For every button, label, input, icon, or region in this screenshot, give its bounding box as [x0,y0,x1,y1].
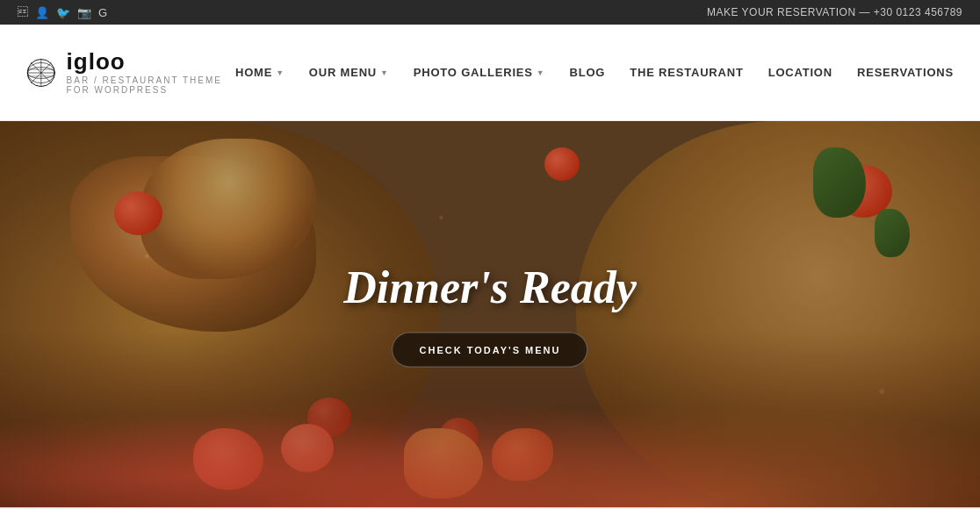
main-navigation: HOME ▼ OUR MENU ▼ PHOTO GALLERIES ▼ BLOG… [235,66,954,79]
check-menu-button[interactable]: CHECK TODAY'S MENU [393,333,588,368]
logo-area[interactable]: igloo BAR / RESTAURANT THEME FOR WORDPRE… [26,50,235,96]
logo-text: igloo BAR / RESTAURANT THEME FOR WORDPRE… [67,50,235,95]
hero-title: Dinner's Ready [343,262,637,313]
social-icons-group:  👤 🐦 📷 G [18,6,107,19]
nav-home[interactable]: HOME ▼ [235,66,285,79]
nav-photo-galleries[interactable]: PHOTO GALLERIES ▼ [414,66,545,79]
home-dropdown-arrow: ▼ [276,68,285,77]
nav-the-restaurant[interactable]: THE RESTAURANT [630,66,743,79]
phone-number: MAKE YOUR RESERVATION — +30 0123 456789 [707,6,962,18]
nav-blog[interactable]: BLOG [569,66,605,79]
nav-reservations[interactable]: RESERVATIONS [857,66,954,79]
galleries-dropdown-arrow: ▼ [537,68,545,77]
header: igloo BAR / RESTAURANT THEME FOR WORDPRE… [0,25,980,121]
menu-dropdown-arrow: ▼ [380,68,389,77]
logo-name: igloo [67,50,235,73]
top-bar:  👤 🐦 📷 G MAKE YOUR RESERVATION — +30 01… [0,0,980,25]
nav-our-menu[interactable]: OUR MENU ▼ [309,66,389,79]
hero-section: Dinner's Ready CHECK TODAY'S MENU [0,121,980,507]
googleplus-icon[interactable]: G [98,6,107,19]
food-overlay [0,349,980,507]
nav-location[interactable]: LOCATION [768,66,832,79]
logo-icon [26,50,56,96]
facebook-icon[interactable]:  [18,6,28,18]
hero-content: Dinner's Ready CHECK TODAY'S MENU [343,262,637,368]
facebook-icon[interactable]: 👤 [35,6,49,19]
logo-tagline: BAR / RESTAURANT THEME FOR WORDPRESS [67,75,235,95]
instagram-icon[interactable]: 📷 [77,6,91,19]
twitter-icon[interactable]: 🐦 [56,6,70,19]
